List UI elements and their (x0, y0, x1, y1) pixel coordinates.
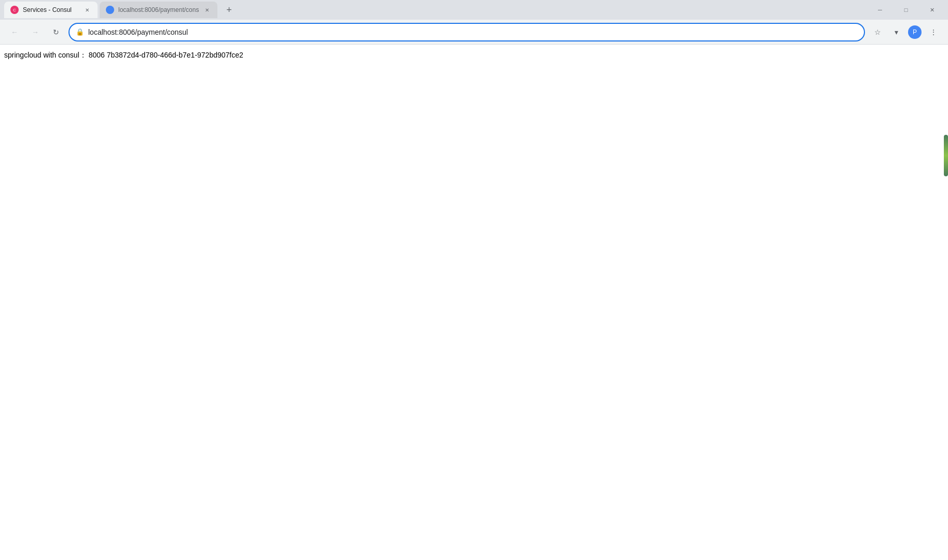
nav-actions: ☆ ▾ P ⋮ (869, 24, 942, 40)
tab-services-consul[interactable]: C Services - Consul ✕ (4, 2, 98, 18)
address-bar-container: 🔒 (68, 23, 865, 41)
chrome-favicon-icon (106, 6, 114, 14)
address-bar-input[interactable] (88, 28, 858, 36)
browser-window: C Services - Consul ✕ localhost:8006/pay… (0, 0, 948, 553)
new-tab-button[interactable]: + (222, 3, 236, 17)
maximize-button[interactable]: □ (894, 2, 918, 18)
consul-favicon-icon: C (10, 6, 19, 14)
avatar-letter: P (913, 29, 917, 36)
tab-localhost-payment[interactable]: localhost:8006/payment/cons ✕ (100, 2, 217, 18)
reload-button[interactable]: ↻ (48, 24, 64, 40)
download-button[interactable]: ▾ (888, 24, 904, 40)
download-icon: ▾ (895, 28, 898, 36)
minimize-button[interactable]: ─ (868, 2, 892, 18)
page-main-text: springcloud with consul： 8006 7b3872d4-d… (4, 51, 944, 60)
avatar-icon: P (908, 25, 922, 39)
back-icon: ← (11, 28, 18, 36)
menu-icon: ⋮ (930, 28, 937, 36)
account-button[interactable]: P (906, 24, 923, 40)
tab-label-localhost: localhost:8006/payment/cons (118, 6, 199, 13)
tab-close-button-1[interactable]: ✕ (83, 6, 91, 14)
forward-icon: → (32, 28, 39, 36)
reload-icon: ↻ (53, 28, 59, 36)
window-controls: ─ □ ✕ (868, 2, 944, 18)
page-content: springcloud with consul： 8006 7b3872d4-d… (0, 45, 948, 553)
tab-close-button-2[interactable]: ✕ (203, 6, 211, 14)
navigation-bar: ← → ↻ 🔒 ☆ ▾ P ⋮ (0, 20, 948, 45)
bookmark-button[interactable]: ☆ (869, 24, 886, 40)
title-bar: C Services - Consul ✕ localhost:8006/pay… (0, 0, 948, 20)
lock-icon: 🔒 (76, 28, 84, 36)
close-button[interactable]: ✕ (920, 2, 944, 18)
back-button[interactable]: ← (6, 24, 23, 40)
tab-label-services-consul: Services - Consul (23, 6, 79, 13)
forward-button[interactable]: → (27, 24, 44, 40)
menu-button[interactable]: ⋮ (925, 24, 942, 40)
scrollbar-indicator[interactable] (944, 135, 948, 176)
bookmark-icon: ☆ (874, 28, 881, 36)
